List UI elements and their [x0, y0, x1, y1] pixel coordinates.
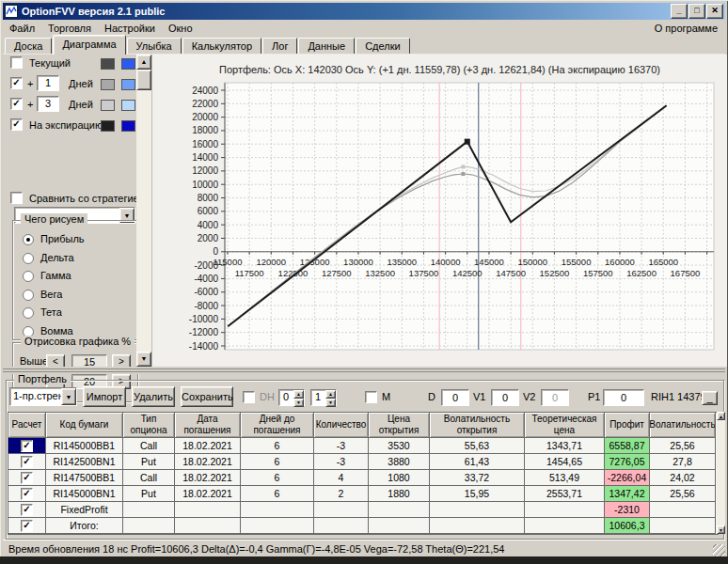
y-tick-label: 0 — [213, 246, 218, 257]
param-input-P1[interactable]: 0 — [603, 389, 644, 406]
row-calc-cell[interactable]: ✓ — [8, 454, 46, 470]
m-checkbox[interactable] — [365, 391, 377, 403]
radio-Дельта[interactable] — [23, 253, 34, 264]
tab-Диаграмма[interactable]: Диаграмма — [53, 35, 125, 55]
status-bar: Время обновления 18 нс Profit=10606,3 De… — [3, 540, 725, 557]
dh-spinner-1-value: 0 — [283, 391, 289, 402]
strategy-select[interactable]: 1-пр.стренгл ▼ — [9, 387, 77, 406]
profit-chart[interactable]: -14000-12000-10000-8000-6000-4000-200002… — [157, 79, 721, 363]
series-marker — [461, 164, 465, 168]
spin-down-icon[interactable]: ▼ — [325, 399, 336, 407]
table-cell: 61,43 — [430, 454, 525, 470]
line-color-swatch[interactable] — [101, 100, 115, 111]
y-tick-label: 24000 — [192, 86, 218, 96]
compare-strategy-checkbox[interactable] — [10, 192, 23, 204]
window-bottom-edge — [0, 556, 728, 564]
horizontal-splitter[interactable] — [3, 367, 725, 374]
layer-checkbox[interactable]: ✓ — [10, 118, 23, 131]
line-color-swatch[interactable] — [101, 120, 115, 132]
row-calc-cell[interactable]: ✓ — [8, 438, 46, 454]
tab-Доска[interactable]: Доска — [5, 38, 52, 55]
x-tick-label: 137500 — [409, 268, 439, 278]
column-header: Профит — [605, 413, 650, 438]
chevron-down-icon[interactable]: ▼ — [61, 388, 76, 405]
days-input[interactable]: 1 — [37, 75, 59, 91]
spin-down-icon[interactable]: ▼ — [293, 399, 304, 407]
scroll-up-icon[interactable]: ▲ — [136, 55, 151, 70]
dh-spinner-2[interactable]: 1 ▲▼ — [310, 389, 337, 406]
param-input-V1[interactable]: 0 — [491, 389, 519, 406]
menu-item-Торговля[interactable]: Торговля — [41, 21, 98, 36]
layer-checkbox[interactable]: ✓ — [10, 77, 23, 89]
delete-button[interactable]: Удалить — [132, 386, 175, 407]
y-tick-label: 8000 — [198, 193, 219, 203]
radio-Тета[interactable] — [23, 307, 34, 319]
fill-color-swatch[interactable] — [121, 79, 135, 90]
param-input-D[interactable]: 0 — [441, 389, 469, 406]
table-cell — [175, 502, 241, 518]
minimize-icon[interactable]: _ — [671, 4, 688, 19]
dh-spinner-1[interactable]: 0 ▲▼ — [278, 389, 305, 406]
scroll-down-icon[interactable]: ▼ — [717, 525, 725, 534]
layer-checkbox[interactable] — [10, 56, 23, 69]
tab-Лог[interactable]: Лог — [262, 38, 297, 55]
plot-area — [225, 83, 714, 350]
save-button[interactable]: Сохранить — [181, 386, 233, 407]
row-calc-checkbox[interactable]: ✓ — [21, 456, 33, 468]
row-calc-cell[interactable]: ✓ — [8, 470, 46, 486]
sidebar-scrollbar[interactable]: ▲ ▼ — [136, 55, 151, 367]
table-cell: RI145000BB1 — [46, 438, 123, 454]
scroll-down-icon[interactable]: ▼ — [136, 352, 151, 367]
table-scrollbar[interactable]: ▲ ▼ — [717, 412, 725, 534]
menu-about[interactable]: О программе — [655, 23, 718, 34]
row-calc-checkbox[interactable]: ✓ — [21, 520, 33, 532]
table-cell — [175, 518, 241, 534]
table-cell: 513,49 — [525, 470, 605, 486]
x-tick-label: 142500 — [452, 268, 483, 278]
scrollbar-thumb[interactable] — [136, 70, 151, 90]
tab-Калькулятор[interactable]: Калькулятор — [182, 38, 261, 55]
spin-up-icon[interactable]: ▲ — [293, 390, 304, 399]
fill-color-swatch[interactable] — [121, 120, 135, 132]
row-calc-checkbox[interactable]: ✓ — [21, 488, 33, 500]
radio-Гамма[interactable] — [23, 271, 34, 282]
scroll-up-icon[interactable]: ▲ — [717, 412, 725, 420]
import-button[interactable]: Импорт — [83, 386, 126, 407]
status-text: Время обновления 18 нс Profit=10606,3 De… — [8, 543, 504, 555]
title-bar[interactable]: OptionFVV версия 2.1 public _ □ ✕ — [3, 3, 725, 20]
tab-Улыбка[interactable]: Улыбка — [127, 38, 182, 55]
radio-Прибыль[interactable] — [23, 234, 34, 245]
menu-item-Файл[interactable]: Файл — [3, 21, 41, 36]
tab-Сделки[interactable]: Сделки — [356, 38, 410, 55]
table-row: ✓FixedProfit-2310 — [8, 502, 718, 518]
maximize-icon[interactable]: □ — [688, 4, 705, 19]
close-icon[interactable]: ✕ — [706, 4, 723, 19]
row-calc-cell[interactable]: ✓ — [8, 502, 46, 518]
menu-item-Окно[interactable]: Окно — [162, 21, 199, 36]
tab-Данные[interactable]: Данные — [298, 38, 355, 55]
row-calc-checkbox[interactable]: ✓ — [21, 504, 33, 516]
table-cell: 1454,65 — [525, 454, 605, 470]
table-cell: 55,63 — [430, 438, 525, 454]
radio-label-Гамма: Гамма — [40, 270, 71, 281]
row-calc-checkbox[interactable]: ✓ — [21, 440, 33, 452]
line-color-swatch[interactable] — [101, 58, 115, 70]
dh-checkbox[interactable] — [243, 391, 255, 403]
row-calc-checkbox[interactable]: ✓ — [21, 472, 33, 484]
fill-color-swatch[interactable] — [121, 100, 135, 111]
fill-color-swatch[interactable] — [121, 58, 135, 70]
line-color-swatch[interactable] — [101, 79, 115, 90]
row-calc-cell[interactable]: ✓ — [8, 486, 46, 502]
radio-Вега[interactable] — [23, 290, 34, 301]
menu-item-Настройки[interactable]: Настройки — [98, 21, 162, 36]
layer-checkbox[interactable]: ✓ — [10, 98, 23, 110]
days-input[interactable]: 3 — [37, 96, 59, 112]
param-input-V2[interactable]: 0 — [541, 389, 569, 406]
collapse-button[interactable]: _ — [702, 391, 718, 405]
row-calc-cell[interactable]: ✓ — [8, 518, 46, 534]
column-header: Дата погашения — [175, 413, 241, 438]
resize-grip[interactable] — [713, 544, 725, 556]
spin-up-icon[interactable]: ▲ — [325, 390, 336, 399]
table-cell: 25,56 — [650, 486, 716, 502]
table-cell: RI147500BB1 — [46, 470, 123, 486]
